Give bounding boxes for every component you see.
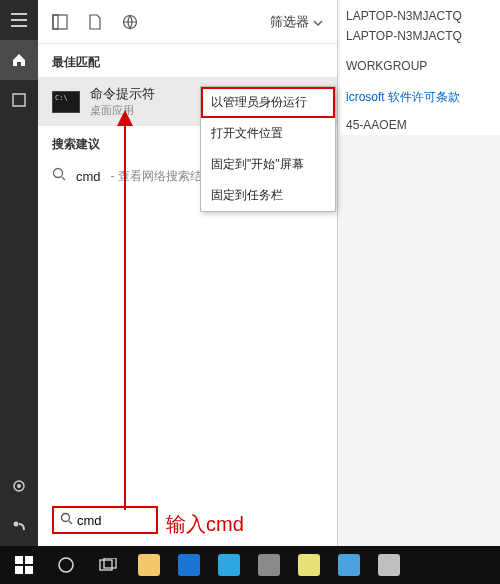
result-subtitle: 桌面应用 xyxy=(90,103,155,118)
start-search-panel: 筛选器 最佳匹配 命令提示符 桌面应用 搜索建议 cmd - 查看网络搜索结果 xyxy=(38,0,338,546)
annotation-text: 输入cmd xyxy=(166,511,244,538)
background-info-panel: LAPTOP-N3MJACTQ LAPTOP-N3MJACTQ WORKGROU… xyxy=(340,0,500,135)
svg-point-14 xyxy=(59,558,73,572)
bg-product-id: 45-AAOEM xyxy=(340,115,500,135)
search-input[interactable] xyxy=(77,513,147,528)
ctx-run-as-admin[interactable]: 以管理员身份运行 xyxy=(201,87,335,118)
chevron-down-icon xyxy=(313,14,323,29)
suggest-term: cmd xyxy=(76,169,101,184)
svg-rect-13 xyxy=(25,566,33,574)
cortana-search-icon[interactable] xyxy=(46,546,86,584)
context-menu: 以管理员身份运行 打开文件位置 固定到"开始"屏幕 固定到任务栏 xyxy=(200,86,336,212)
bg-computer-name: LAPTOP-N3MJACTQ xyxy=(340,6,500,26)
svg-rect-12 xyxy=(15,566,23,574)
search-icon xyxy=(60,512,73,528)
filter-dropdown[interactable]: 筛选器 xyxy=(270,13,323,31)
svg-rect-11 xyxy=(25,556,33,564)
taskbar-app-app1[interactable] xyxy=(330,550,368,580)
ctx-pin-start[interactable]: 固定到"开始"屏幕 xyxy=(201,149,335,180)
hamburger-icon[interactable] xyxy=(0,0,38,40)
home-icon[interactable] xyxy=(0,40,38,80)
taskbar-app-store[interactable] xyxy=(250,550,288,580)
power-icon[interactable] xyxy=(0,506,38,546)
suggest-hint: - 查看网络搜索结果 xyxy=(111,168,214,185)
ctx-open-location[interactable]: 打开文件位置 xyxy=(201,118,335,149)
start-left-rail xyxy=(0,0,38,546)
svg-rect-10 xyxy=(15,556,23,564)
task-view-icon[interactable] xyxy=(88,546,128,584)
svg-point-2 xyxy=(17,484,21,488)
best-match-label: 最佳匹配 xyxy=(38,44,337,77)
document-icon[interactable] xyxy=(88,14,102,30)
taskbar-app-file-explorer[interactable] xyxy=(130,550,168,580)
svg-point-3 xyxy=(14,522,19,527)
taskbar xyxy=(0,546,500,584)
taskbar-app-edge[interactable] xyxy=(170,550,208,580)
panel-top-bar: 筛选器 xyxy=(38,0,337,44)
recent-icon[interactable] xyxy=(0,80,38,120)
settings-icon[interactable] xyxy=(0,466,38,506)
search-icon xyxy=(52,167,66,185)
apps-icon[interactable] xyxy=(52,14,68,30)
cmd-prompt-icon xyxy=(52,91,80,113)
license-link[interactable]: icrosoft 软件许可条款 xyxy=(346,90,460,104)
web-icon[interactable] xyxy=(122,14,138,30)
svg-rect-4 xyxy=(53,15,67,29)
svg-point-9 xyxy=(62,514,70,522)
bg-full-name: LAPTOP-N3MJACTQ xyxy=(340,26,500,46)
svg-rect-5 xyxy=(53,15,58,29)
svg-rect-0 xyxy=(13,94,25,106)
search-box[interactable] xyxy=(52,506,158,534)
bg-workgroup: WORKGROUP xyxy=(340,56,500,76)
svg-point-7 xyxy=(54,169,63,178)
taskbar-app-paint[interactable] xyxy=(290,550,328,580)
taskbar-app-ie[interactable] xyxy=(210,550,248,580)
taskbar-app-app2[interactable] xyxy=(370,550,408,580)
ctx-pin-taskbar[interactable]: 固定到任务栏 xyxy=(201,180,335,211)
start-button[interactable] xyxy=(4,546,44,584)
result-title: 命令提示符 xyxy=(90,85,155,103)
filter-label: 筛选器 xyxy=(270,13,309,31)
